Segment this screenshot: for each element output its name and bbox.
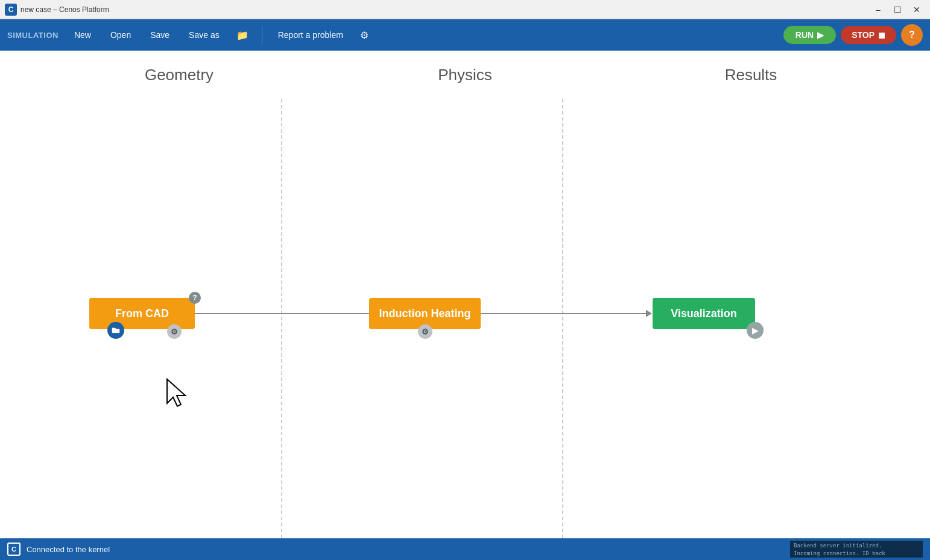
minimize-button[interactable]: – (870, 4, 887, 16)
physics-header: Physics (323, 66, 606, 84)
visualization-play-icon[interactable]: ▶ (747, 322, 764, 339)
report-problem-button[interactable]: Report a problem (270, 27, 352, 43)
svg-marker-0 (167, 379, 185, 406)
simulation-label: SIMULATION (7, 31, 59, 40)
from-cad-label: From CAD (115, 307, 169, 320)
induction-heating-node[interactable]: Induction Heating ⚙ (369, 298, 481, 329)
cursor (164, 376, 191, 412)
log-line-3: Incoming connection. ID back (794, 557, 919, 558)
window-title: new case – Cenos Platform (21, 5, 109, 14)
title-bar: C new case – Cenos Platform – ☐ ✕ (0, 0, 930, 19)
workflow-area: From CAD ? ⚙ Induction Heating ⚙ Visuali… (0, 99, 930, 538)
stop-label: STOP (852, 30, 875, 40)
new-button[interactable]: New (66, 27, 100, 43)
status-text: Connected to the kernel (27, 545, 110, 554)
folder-button[interactable]: 📁 (230, 26, 255, 45)
menu-separator (262, 26, 262, 44)
run-icon: ▶ (817, 30, 824, 40)
app-icon: C (5, 4, 17, 16)
question-badge: ? (189, 292, 201, 304)
menu-bar: SIMULATION New Open Save Save as 📁 Repor… (0, 19, 930, 51)
menu-right: RUN ▶ STOP ◼ ? (783, 24, 923, 46)
window-controls: – ☐ ✕ (870, 4, 925, 16)
main-canvas: Geometry Physics Results From CAD ? (0, 51, 930, 538)
run-label: RUN (796, 30, 814, 40)
stop-icon: ◼ (878, 30, 885, 40)
help-button[interactable]: ? (901, 24, 923, 46)
status-bar: C Connected to the kernel Backend server… (0, 538, 930, 560)
status-icon: C (7, 543, 21, 556)
settings-button[interactable]: ⚙ (354, 26, 375, 45)
open-button[interactable]: Open (102, 27, 139, 43)
folder-icon (112, 326, 120, 335)
geometry-header: Geometry (37, 66, 320, 84)
from-cad-gear-icon[interactable]: ⚙ (167, 324, 182, 339)
from-cad-node[interactable]: From CAD ? ⚙ (89, 298, 195, 329)
save-as-button[interactable]: Save as (180, 27, 228, 43)
column-headers: Geometry Physics Results (0, 51, 930, 99)
induction-heating-gear-icon[interactable]: ⚙ (418, 324, 432, 339)
run-button[interactable]: RUN ▶ (783, 26, 836, 44)
maximize-button[interactable]: ☐ (889, 4, 906, 16)
close-button[interactable]: ✕ (908, 4, 925, 16)
log-line-2: Incoming connection. ID back (794, 550, 919, 558)
stop-button[interactable]: STOP ◼ (841, 26, 896, 44)
save-button[interactable]: Save (142, 27, 178, 43)
visualization-node[interactable]: Visualization ▶ (653, 298, 755, 329)
results-header: Results (609, 66, 892, 84)
file-icon[interactable] (107, 322, 124, 339)
connection-line-2 (479, 313, 651, 314)
visualization-label: Visualization (671, 307, 737, 320)
status-log: Backend server initialized. Incoming con… (790, 541, 923, 558)
induction-heating-label: Induction Heating (379, 307, 471, 320)
log-line-1: Backend server initialized. (794, 542, 919, 550)
arrow-2 (646, 310, 652, 317)
